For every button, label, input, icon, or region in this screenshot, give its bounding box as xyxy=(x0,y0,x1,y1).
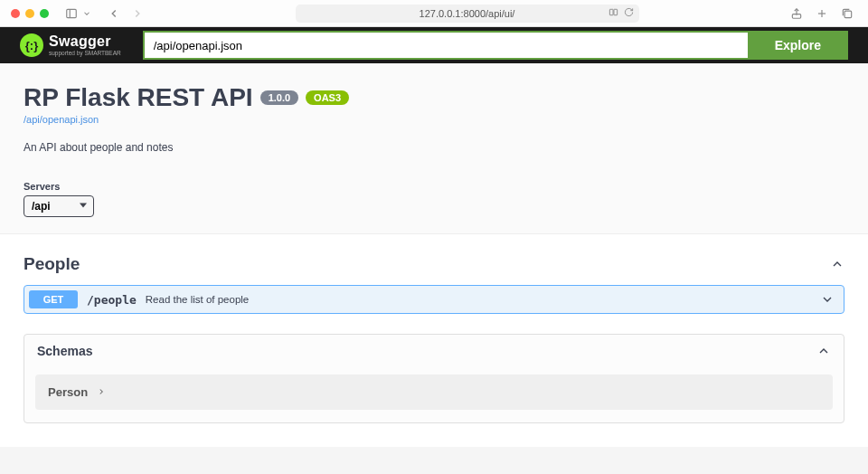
tag-header[interactable]: People xyxy=(24,251,844,278)
svg-rect-0 xyxy=(67,9,77,17)
oas-badge: OAS3 xyxy=(306,90,349,105)
new-tab-icon[interactable] xyxy=(812,5,832,23)
nav-forward-button[interactable] xyxy=(127,5,147,23)
spec-url-input[interactable] xyxy=(143,31,748,60)
main-content: People GET /people Read the list of peop… xyxy=(0,234,868,447)
address-bar-wrap: 127.0.0.1:8000/api/ui/ xyxy=(155,5,779,23)
chevron-down-icon xyxy=(820,292,835,307)
chevron-right-icon xyxy=(97,385,106,399)
version-badge: 1.0.0 xyxy=(260,90,298,105)
chrome-right xyxy=(787,5,857,23)
browser-chrome: 127.0.0.1:8000/api/ui/ xyxy=(0,0,868,27)
api-title: RP Flask REST API xyxy=(24,83,253,112)
nav-back-button[interactable] xyxy=(104,5,124,23)
tabs-icon[interactable] xyxy=(837,5,857,23)
window-minimize-button[interactable] xyxy=(25,9,34,18)
servers-label: Servers xyxy=(24,181,844,192)
schemas-section: Schemas Person xyxy=(24,334,844,423)
swagger-logo[interactable]: {:} Swagger supported by SMARTBEAR xyxy=(20,33,121,57)
swagger-logo-text: Swagger supported by SMARTBEAR xyxy=(49,34,121,57)
opblock-get-people: GET /people Read the list of people xyxy=(24,285,844,314)
sidebar-toggle[interactable] xyxy=(61,5,91,23)
nav-arrows xyxy=(104,5,147,23)
server-select[interactable]: /api xyxy=(24,195,94,217)
window-controls xyxy=(11,9,49,18)
spec-link[interactable]: /api/openapi.json xyxy=(24,114,844,125)
sidebar-icon xyxy=(61,5,81,23)
schemas-title: Schemas xyxy=(37,344,92,358)
swagger-topbar: {:} Swagger supported by SMARTBEAR Explo… xyxy=(0,27,868,63)
method-badge: GET xyxy=(29,290,78,308)
api-description: An API about people and notes xyxy=(24,141,844,154)
window-maximize-button[interactable] xyxy=(40,9,49,18)
schemas-header[interactable]: Schemas xyxy=(24,335,844,367)
address-bar[interactable]: 127.0.0.1:8000/api/ui/ xyxy=(296,5,639,23)
tag-name: People xyxy=(24,254,80,274)
spec-url-form: Explore xyxy=(143,31,848,60)
chevron-up-icon xyxy=(816,344,831,358)
svg-rect-7 xyxy=(844,11,852,18)
explore-button[interactable]: Explore xyxy=(748,31,848,60)
servers-section: Servers /api xyxy=(0,170,868,234)
op-summary: Read the list of people xyxy=(146,294,249,305)
share-icon[interactable] xyxy=(787,5,807,23)
svg-rect-2 xyxy=(609,9,613,14)
api-title-row: RP Flask REST API 1.0.0 OAS3 xyxy=(24,83,844,112)
server-select-wrap: /api xyxy=(24,192,94,217)
model-person[interactable]: Person xyxy=(35,374,833,410)
reader-icon[interactable] xyxy=(609,7,618,19)
window-close-button[interactable] xyxy=(11,9,20,18)
model-name: Person xyxy=(48,385,88,399)
tag-section-people: People GET /people Read the list of peop… xyxy=(24,251,844,314)
address-text: 127.0.0.1:8000/api/ui/ xyxy=(420,8,515,19)
info-section: RP Flask REST API 1.0.0 OAS3 /api/openap… xyxy=(0,63,868,170)
address-bar-icons xyxy=(609,7,634,19)
opblock-summary[interactable]: GET /people Read the list of people xyxy=(24,286,844,313)
op-path: /people xyxy=(87,293,137,307)
brand-sub: supported by SMARTBEAR xyxy=(49,51,121,57)
chevron-down-icon xyxy=(82,5,91,23)
chevron-up-icon xyxy=(830,257,844,271)
svg-rect-3 xyxy=(613,9,617,14)
reload-icon[interactable] xyxy=(624,7,634,19)
swagger-logo-icon: {:} xyxy=(20,33,43,57)
brand-name: Swagger xyxy=(49,34,121,49)
